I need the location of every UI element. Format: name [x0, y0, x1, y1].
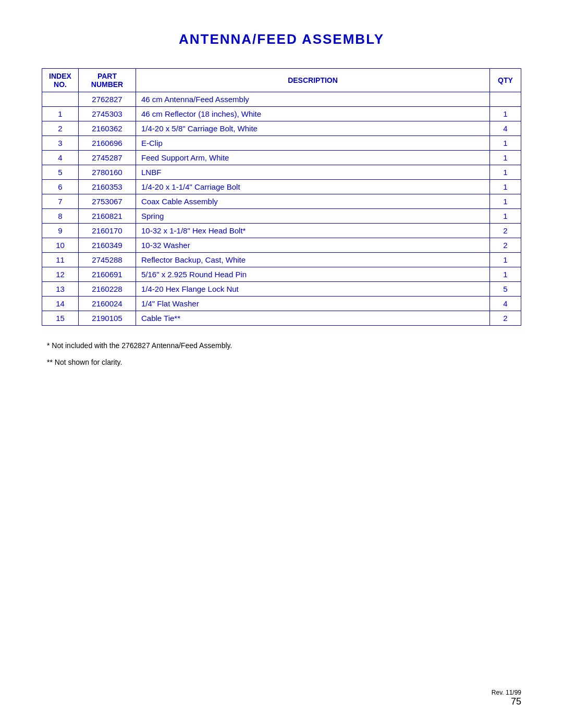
cell-index: 8 — [42, 209, 79, 224]
cell-description: 1/4" Flat Washer — [136, 297, 490, 311]
cell-qty: 1 — [490, 136, 521, 151]
cell-qty: 1 — [490, 209, 521, 224]
note2: ** Not shown for clarity. — [47, 358, 521, 366]
cell-index: 4 — [42, 151, 79, 165]
cell-index: 1 — [42, 107, 79, 121]
footer: Rev. 11/99 75 — [492, 689, 521, 707]
cell-qty: 4 — [490, 121, 521, 136]
table-row: 1421600241/4" Flat Washer4 — [42, 297, 521, 311]
header-qty: QTY — [490, 69, 521, 92]
cell-index: 13 — [42, 282, 79, 297]
cell-part: 2160024 — [79, 297, 136, 311]
footer-page: 75 — [492, 696, 521, 707]
cell-description: 1/4-20 x 5/8" Carriage Bolt, White — [136, 121, 490, 136]
cell-qty: 1 — [490, 107, 521, 121]
cell-qty — [490, 92, 521, 107]
cell-index: 6 — [42, 180, 79, 194]
cell-description: 10-32 Washer — [136, 238, 490, 253]
cell-part: 2160228 — [79, 282, 136, 297]
cell-part: 2160696 — [79, 136, 136, 151]
cell-part: 2160362 — [79, 121, 136, 136]
cell-description: 1/4-20 x 1-1/4" Carriage Bolt — [136, 180, 490, 194]
cell-part: 2160821 — [79, 209, 136, 224]
cell-index: 14 — [42, 297, 79, 311]
cell-part: 2753067 — [79, 194, 136, 209]
cell-index: 7 — [42, 194, 79, 209]
table-row: 42745287Feed Support Arm, White1 — [42, 151, 521, 165]
cell-qty: 1 — [490, 253, 521, 267]
cell-part: 2762827 — [79, 92, 136, 107]
table-row: 52780160LNBF1 — [42, 165, 521, 180]
cell-qty: 1 — [490, 194, 521, 209]
table-row: 1274530346 cm Reflector (18 inches), Whi… — [42, 107, 521, 121]
table-row: 221603621/4-20 x 5/8" Carriage Bolt, Whi… — [42, 121, 521, 136]
cell-description: Reflector Backup, Cast, White — [136, 253, 490, 267]
table-row: 72753067Coax Cable Assembly1 — [42, 194, 521, 209]
cell-description: LNBF — [136, 165, 490, 180]
cell-qty: 1 — [490, 151, 521, 165]
cell-part: 2190105 — [79, 311, 136, 326]
cell-description: Spring — [136, 209, 490, 224]
table-row: 1221606915/16" x 2.925 Round Head Pin1 — [42, 267, 521, 282]
cell-part: 2160349 — [79, 238, 136, 253]
cell-index: 5 — [42, 165, 79, 180]
cell-description: Feed Support Arm, White — [136, 151, 490, 165]
header-description: DESCRIPTION — [136, 69, 490, 92]
cell-index — [42, 92, 79, 107]
cell-part: 2160170 — [79, 224, 136, 238]
cell-description: 10-32 x 1-1/8" Hex Head Bolt* — [136, 224, 490, 238]
table-row: 276282746 cm Antenna/Feed Assembly — [42, 92, 521, 107]
cell-part: 2160353 — [79, 180, 136, 194]
cell-index: 15 — [42, 311, 79, 326]
cell-part: 2745287 — [79, 151, 136, 165]
cell-description: Cable Tie** — [136, 311, 490, 326]
cell-description: 46 cm Reflector (18 inches), White — [136, 107, 490, 121]
table-row: 112745288Reflector Backup, Cast, White1 — [42, 253, 521, 267]
header-index: INDEX NO. — [42, 69, 79, 92]
table-row: 9216017010-32 x 1-1/8" Hex Head Bolt*2 — [42, 224, 521, 238]
cell-description: 46 cm Antenna/Feed Assembly — [136, 92, 490, 107]
footer-rev: Rev. 11/99 — [492, 689, 521, 696]
cell-qty: 5 — [490, 282, 521, 297]
cell-qty: 2 — [490, 238, 521, 253]
cell-part: 2160691 — [79, 267, 136, 282]
cell-index: 2 — [42, 121, 79, 136]
note1: * Not included with the 2762827 Antenna/… — [47, 341, 521, 350]
table-row: 10216034910-32 Washer2 — [42, 238, 521, 253]
page-title: ANTENNA/FEED ASSEMBLY — [42, 31, 521, 47]
cell-part: 2745288 — [79, 253, 136, 267]
table-row: 32160696E-Clip1 — [42, 136, 521, 151]
cell-qty: 1 — [490, 165, 521, 180]
cell-qty: 1 — [490, 180, 521, 194]
notes-section: * Not included with the 2762827 Antenna/… — [47, 341, 521, 366]
cell-qty: 2 — [490, 311, 521, 326]
header-part: PART NUMBER — [79, 69, 136, 92]
table-row: 621603531/4-20 x 1-1/4" Carriage Bolt1 — [42, 180, 521, 194]
cell-description: 5/16" x 2.925 Round Head Pin — [136, 267, 490, 282]
cell-index: 12 — [42, 267, 79, 282]
cell-qty: 2 — [490, 224, 521, 238]
table-row: 1321602281/4-20 Hex Flange Lock Nut5 — [42, 282, 521, 297]
cell-qty: 1 — [490, 267, 521, 282]
table-row: 152190105Cable Tie**2 — [42, 311, 521, 326]
cell-part: 2745303 — [79, 107, 136, 121]
cell-index: 3 — [42, 136, 79, 151]
cell-index: 9 — [42, 224, 79, 238]
parts-table: INDEX NO. PART NUMBER DESCRIPTION QTY 27… — [42, 68, 521, 326]
cell-description: 1/4-20 Hex Flange Lock Nut — [136, 282, 490, 297]
cell-description: Coax Cable Assembly — [136, 194, 490, 209]
table-row: 82160821Spring1 — [42, 209, 521, 224]
cell-description: E-Clip — [136, 136, 490, 151]
cell-qty: 4 — [490, 297, 521, 311]
cell-index: 11 — [42, 253, 79, 267]
cell-part: 2780160 — [79, 165, 136, 180]
cell-index: 10 — [42, 238, 79, 253]
